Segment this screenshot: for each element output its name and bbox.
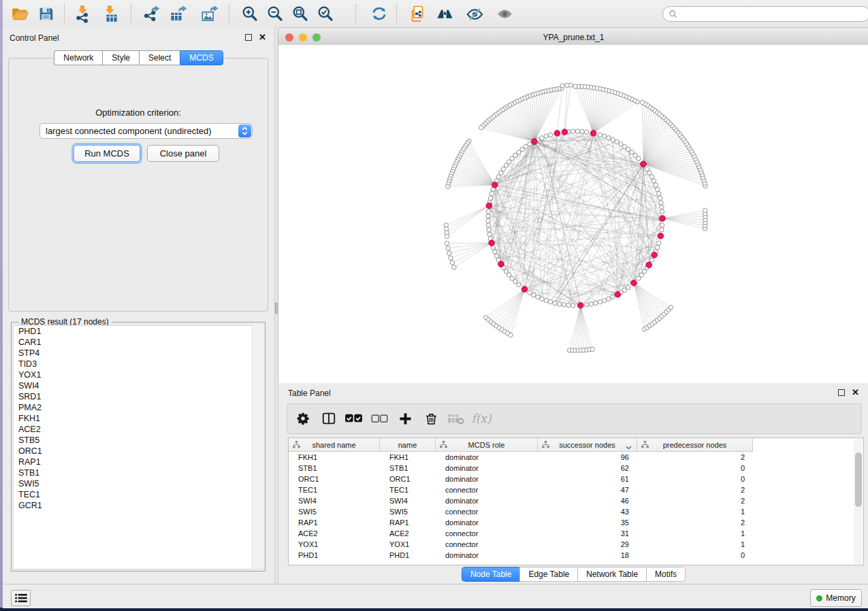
mcds-result-item[interactable]: TID3 [14,359,253,369]
network-leaf-node[interactable] [445,241,449,245]
search-input[interactable] [678,9,851,20]
network-leaf-node[interactable] [479,125,483,129]
network-leaf-node[interactable] [447,251,451,255]
network-node[interactable] [615,139,619,144]
network-node[interactable] [487,228,491,232]
delete-column-icon[interactable] [421,410,441,427]
control-tab-mcds[interactable]: MCDS [180,50,223,65]
network-node[interactable] [585,130,589,134]
network-node[interactable] [585,303,589,307]
network-node[interactable] [553,301,557,305]
network-node[interactable] [594,301,598,305]
network-dominator-node[interactable] [631,280,637,286]
close-panel-icon[interactable]: ✕ [259,35,266,40]
network-node[interactable] [656,246,660,250]
mcds-result-item[interactable]: STB1 [14,467,253,478]
network-leaf-node[interactable] [450,261,454,265]
network-node[interactable] [566,303,570,307]
network-node[interactable] [660,228,664,232]
network-node[interactable] [486,214,490,218]
network-dominator-node[interactable] [615,292,621,298]
run-mcds-button[interactable]: Run MCDS [74,145,140,162]
control-tab-select[interactable]: Select [139,50,180,65]
save-session-icon[interactable] [34,4,57,23]
network-node[interactable] [645,167,649,171]
close-table-panel-icon[interactable]: ✕ [852,390,859,395]
network-node[interactable] [654,183,658,187]
network-dominator-node[interactable] [590,131,596,137]
table-options-gear-icon[interactable] [293,410,313,427]
network-node[interactable] [570,129,575,133]
table-tab-network-table[interactable]: Network Table [577,567,646,582]
column-header-predecessor-nodes[interactable]: predecessor nodes [637,438,753,451]
network-node[interactable] [598,133,602,137]
table-row[interactable]: RAP1RAP1dominator352 [289,517,753,528]
network-leaf-node[interactable] [446,246,450,250]
network-node[interactable] [496,175,500,179]
mcds-result-item[interactable]: RAP1 [14,457,253,467]
column-header-MCDS-role[interactable]: MCDS role [436,438,538,451]
network-node[interactable] [607,297,611,301]
table-row[interactable]: STB1STB1dominator620 [289,463,753,474]
select-all-icon[interactable] [343,410,364,427]
network-node[interactable] [488,196,492,200]
mcds-result-item[interactable]: STB5 [14,435,253,446]
table-scrollbar-thumb[interactable] [855,452,862,507]
control-tab-style[interactable]: Style [102,50,139,65]
network-node[interactable] [528,291,532,295]
network-node[interactable] [656,187,660,191]
criterion-select[interactable]: largest connected component (undirected) [39,123,253,139]
network-leaf-node[interactable] [640,100,644,104]
network-leaf-node[interactable] [446,184,450,188]
network-leaf-node[interactable] [590,347,594,351]
network-dominator-node[interactable] [641,161,647,167]
network-dominator-node[interactable] [658,233,664,239]
network-leaf-node[interactable] [452,265,456,269]
network-node[interactable] [659,201,663,205]
network-leaf-node[interactable] [573,84,577,88]
mcds-result-item[interactable]: CAR1 [14,337,253,348]
mcds-result-item[interactable]: SWI4 [14,380,253,391]
network-dominator-node[interactable] [646,262,652,268]
network-node[interactable] [649,175,654,179]
network-dominator-node[interactable] [489,240,495,246]
zoom-fit-icon[interactable] [289,4,312,23]
network-node[interactable] [611,295,615,299]
task-history-button[interactable] [11,590,31,606]
network-leaf-node[interactable] [449,256,453,260]
table-row[interactable]: ORC1ORC1dominator610 [289,474,753,484]
mcds-result-item[interactable]: GCR1 [14,500,253,511]
network-node[interactable] [489,191,494,195]
network-node[interactable] [658,196,662,200]
network-node[interactable] [649,258,654,262]
network-dominator-node[interactable] [562,129,568,135]
network-node[interactable] [493,250,497,254]
network-node[interactable] [486,218,490,222]
network-node[interactable] [532,293,536,297]
network-node[interactable] [580,129,584,133]
network-node[interactable] [548,300,552,304]
network-dominator-node[interactable] [554,131,560,137]
sort-indicator-icon[interactable] [626,443,632,451]
network-node[interactable] [619,142,623,146]
network-node[interactable] [486,223,490,227]
mcds-result-item[interactable]: STP4 [14,348,253,359]
table-tab-edge-table[interactable]: Edge Table [519,567,577,582]
table-row[interactable]: SWI5SWI5connector431 [289,506,753,517]
network-leaf-node[interactable] [565,83,569,87]
table-row[interactable]: SWI4SWI4dominator462 [289,495,753,506]
column-header-name[interactable]: name [380,438,436,451]
mcds-result-item[interactable]: FKH1 [14,413,253,424]
column-header-successor-nodes[interactable]: successor nodes [538,438,637,451]
table-row[interactable]: PHD1PHD1dominator180 [289,550,753,561]
network-dominator-node[interactable] [652,252,658,258]
network-node[interactable] [657,241,661,245]
add-column-icon[interactable] [395,410,415,427]
duplicate-network-icon[interactable] [406,4,429,23]
network-node[interactable] [598,300,602,304]
mcds-result-item[interactable]: SWI5 [14,478,253,489]
network-window-titlebar[interactable]: YPA_prune.txt_1 [278,31,868,46]
network-node[interactable] [536,295,540,299]
table-row[interactable]: YOX1YOX1connector291 [289,539,753,550]
network-leaf-node[interactable] [703,208,707,212]
